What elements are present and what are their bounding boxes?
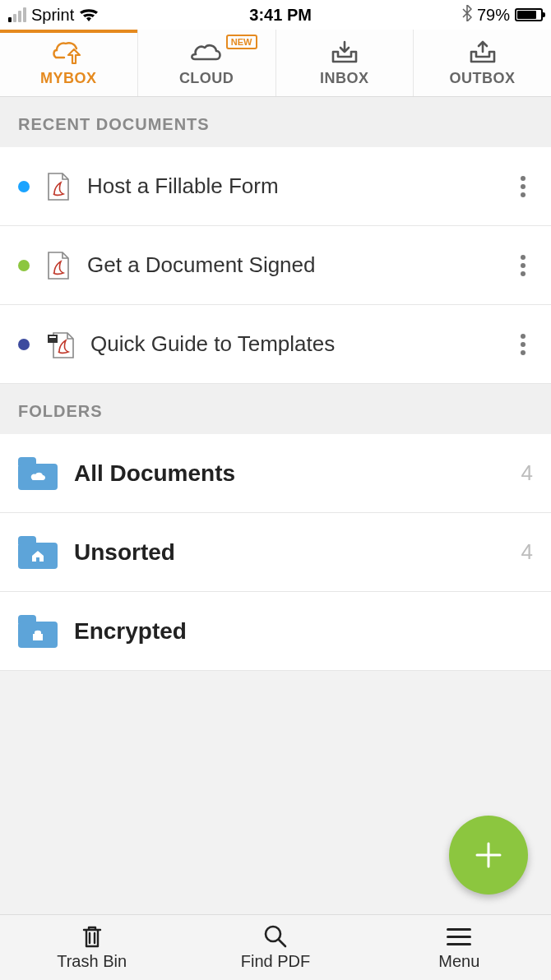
find-label: Find PDF [241,952,310,971]
tab-mybox-label: MYBOX [40,70,97,87]
tab-mybox[interactable]: MYBOX [0,30,138,96]
status-bar: Sprint 3:41 PM 79% [0,0,551,30]
pdf-icon [46,172,72,201]
inbox-icon [330,39,359,67]
recent-row-title: Get a Document Signed [87,252,513,278]
status-right: 79% [462,5,543,25]
bluetooth-icon [462,5,472,25]
status-dot [18,181,30,192]
tab-inbox[interactable]: INBOX [276,30,414,96]
folder-count: 4 [521,460,533,486]
tab-outbox-label: OUTBOX [450,70,516,87]
kebab-menu[interactable] [513,255,533,276]
recent-row[interactable]: Get a Document Signed [0,226,551,305]
outbox-icon [468,39,498,67]
kebab-menu[interactable] [513,334,533,355]
cloud-icon [188,39,225,67]
menu-icon [447,924,471,949]
recent-row[interactable]: Quick Guide to Templates [0,305,551,384]
recent-row-title: Host a Fillable Form [87,173,513,199]
pdf-icon [46,251,72,280]
menu-button[interactable]: Menu [368,915,551,980]
folder-row[interactable]: All Documents 4 [0,434,551,513]
folder-count: 4 [521,539,533,565]
trash-button[interactable]: Trash Bin [0,915,183,980]
top-tabs: MYBOX NEW CLOUD INBOX OUTBOX [0,30,551,97]
battery-icon [515,8,543,21]
folder-title: All Documents [74,460,521,487]
svg-rect-1 [49,336,56,338]
bottom-toolbar: Trash Bin Find PDF Menu [0,914,551,980]
recent-row[interactable]: Host a Fillable Form [0,147,551,226]
status-left: Sprint [8,6,99,25]
folder-row[interactable]: Encrypted [0,592,551,671]
tab-inbox-label: INBOX [320,70,369,87]
tab-cloud[interactable]: NEW CLOUD [138,30,276,96]
plus-icon [470,837,507,873]
new-badge: NEW [226,35,257,49]
signal-icon [8,7,26,22]
kebab-menu[interactable] [513,176,533,197]
folder-title: Encrypted [74,618,533,645]
add-fab[interactable] [449,816,528,894]
svg-rect-0 [48,335,58,343]
folder-home-icon [18,536,58,569]
search-icon [263,924,288,949]
mybox-icon [52,39,85,67]
carrier-label: Sprint [31,6,74,25]
section-folders-header: FOLDERS [0,384,551,434]
status-dot [18,260,30,271]
folder-lock-icon [18,615,58,648]
menu-label: Menu [438,952,479,971]
folder-cloud-icon [18,457,58,490]
tab-cloud-label: CLOUD [179,70,234,87]
folder-row[interactable]: Unsorted 4 [0,513,551,592]
trash-icon [81,924,104,949]
template-icon [46,330,76,359]
trash-label: Trash Bin [57,952,127,971]
content-scroll[interactable]: RECENT DOCUMENTS Host a Fillable Form Ge… [0,97,551,914]
wifi-icon [79,7,99,22]
recent-row-title: Quick Guide to Templates [90,331,513,357]
status-dot [18,339,30,350]
find-button[interactable]: Find PDF [183,915,367,980]
folder-title: Unsorted [74,539,521,566]
battery-percent: 79% [477,6,510,25]
tab-outbox[interactable]: OUTBOX [414,30,551,96]
section-recent-header: RECENT DOCUMENTS [0,97,551,147]
clock: 3:41 PM [249,6,312,25]
